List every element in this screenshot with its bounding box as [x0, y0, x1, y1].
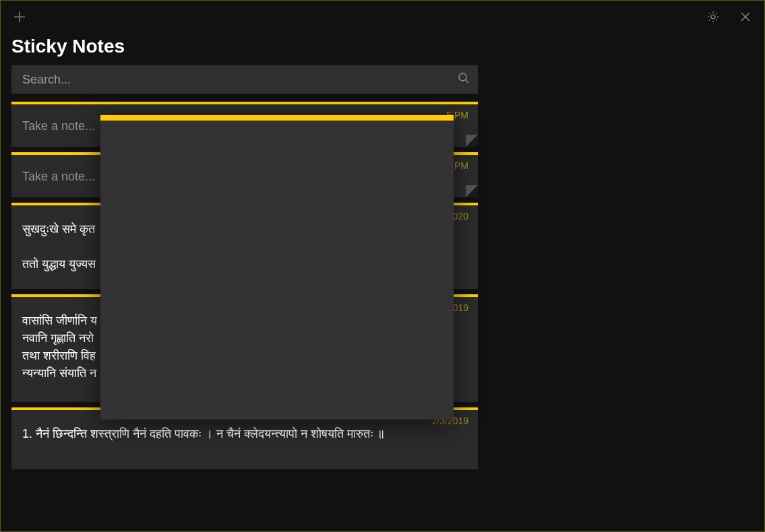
- titlebar-right: [700, 3, 759, 30]
- titlebar: [1, 1, 764, 33]
- note-fold-icon: [466, 185, 478, 197]
- page-title: Sticky Notes: [1, 33, 764, 65]
- note-fold-icon: [466, 135, 478, 147]
- svg-point-1: [459, 73, 466, 81]
- search-container: [11, 65, 478, 94]
- plus-icon: [13, 11, 26, 23]
- add-note-button[interactable]: [6, 3, 33, 30]
- floating-note-window[interactable]: [100, 115, 454, 420]
- note-text: 1. नैनं छिन्दन्ति शस्त्राणि नैनं दहति पा…: [22, 425, 467, 442]
- close-icon: [740, 11, 751, 22]
- titlebar-left: [6, 3, 33, 30]
- gear-icon: [706, 10, 720, 24]
- svg-point-0: [711, 15, 715, 19]
- close-button[interactable]: [732, 3, 759, 30]
- search-icon: [458, 72, 470, 87]
- search-input[interactable]: [11, 65, 478, 94]
- settings-button[interactable]: [700, 3, 727, 30]
